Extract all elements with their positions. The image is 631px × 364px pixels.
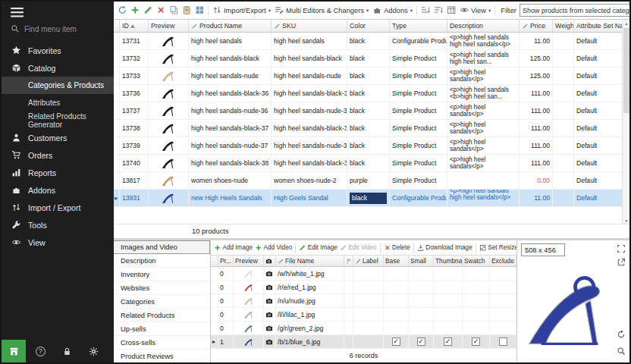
- product-price[interactable]: 125.00: [520, 50, 553, 67]
- sidebar-item-tools[interactable]: Tools: [2, 216, 114, 234]
- tab-images-and-video[interactable]: Images and Video: [114, 240, 210, 254]
- product-color[interactable]: black: [347, 120, 390, 136]
- rotate-icon[interactable]: [616, 329, 626, 340]
- product-name[interactable]: new High Heels Sandals: [189, 190, 272, 206]
- column-header-base[interactable]: Base: [384, 256, 409, 266]
- product-sku[interactable]: high heel sandals-black: [272, 50, 347, 67]
- product-sku[interactable]: high heel sandals: [272, 33, 347, 49]
- product-color[interactable]: black: [347, 102, 390, 119]
- image-label-cell[interactable]: [353, 294, 384, 307]
- product-row[interactable]: 13731high heel sandalshigh heel sandalsb…: [114, 33, 629, 50]
- image-label-cell[interactable]: [353, 281, 384, 293]
- checkbox-thumbnail[interactable]: [434, 294, 463, 307]
- column-header-exclude[interactable]: Exclude: [490, 256, 516, 266]
- product-id[interactable]: 13736: [120, 85, 149, 102]
- sidebar-item-addons[interactable]: Addons: [2, 181, 114, 199]
- product-color[interactable]: black: [347, 33, 390, 49]
- product-id[interactable]: 13732: [120, 50, 149, 67]
- thumbnail-checkbox[interactable]: [444, 337, 452, 346]
- checkbox-base[interactable]: [384, 294, 409, 307]
- product-preview-image[interactable]: [149, 67, 189, 84]
- tab-related-products[interactable]: Related Products: [114, 309, 210, 322]
- row-expander[interactable]: ▸: [211, 335, 218, 348]
- product-color[interactable]: purple: [347, 172, 390, 189]
- product-name[interactable]: high heel sandals-black-37: [189, 120, 272, 136]
- checkbox-swatch[interactable]: [463, 322, 490, 334]
- product-price[interactable]: 11.00: [520, 190, 553, 206]
- product-id[interactable]: 13733: [120, 67, 149, 84]
- column-header-icon[interactable]: [264, 256, 276, 266]
- zoom-icon[interactable]: [616, 346, 626, 356]
- column-header-preview[interactable]: Preview: [149, 20, 189, 32]
- product-price[interactable]: 125.00: [520, 67, 553, 84]
- checkbox-exclude[interactable]: [490, 322, 516, 334]
- column-header-file-name[interactable]: File Name: [276, 256, 344, 266]
- column-header-price[interactable]: Price: [520, 20, 553, 32]
- sidebar-item-attributes[interactable]: Attributes: [2, 94, 114, 111]
- image-row[interactable]: 0/w/h/white_1.jpg: [211, 267, 516, 281]
- image-row[interactable]: 0/r/e/red_1.jpg: [211, 281, 516, 294]
- product-id[interactable]: 13740: [120, 155, 149, 171]
- product-sku[interactable]: women shoes-nude-2: [272, 172, 347, 189]
- checkbox-small[interactable]: [409, 322, 434, 334]
- base-checkbox[interactable]: [392, 337, 400, 346]
- checkbox-thumbnail[interactable]: [434, 281, 463, 293]
- exclude-checkbox[interactable]: [499, 337, 507, 346]
- checkbox-swatch[interactable]: [463, 335, 490, 348]
- product-name[interactable]: high heel sandals-nude-37: [189, 137, 272, 154]
- product-description[interactable]: <p>high heel sandals <b>high heel san...: [447, 85, 520, 102]
- column-header-sku[interactable]: SKU: [272, 20, 347, 32]
- product-name[interactable]: high heel sandals-black: [189, 50, 272, 67]
- checkbox-exclude[interactable]: [490, 281, 516, 293]
- column-header-weight[interactable]: Weight: [553, 20, 574, 32]
- scroll-up-icon[interactable]: ▲: [623, 20, 630, 27]
- multi-editors-menu[interactable]: Multi Editors & Changers ▾: [273, 5, 370, 17]
- product-weight[interactable]: [553, 33, 574, 49]
- checkbox-exclude[interactable]: [490, 335, 516, 348]
- sort-ascending-button[interactable]: [419, 5, 432, 17]
- image-file-name[interactable]: /w/h/white_1.jpg: [276, 267, 344, 280]
- product-sku[interactable]: High Geels Sandal: [272, 190, 347, 206]
- row-expander[interactable]: ▸: [114, 190, 120, 206]
- product-price[interactable]: 0.00: [520, 172, 553, 189]
- checkbox-thumbnail[interactable]: [434, 267, 463, 280]
- column-header-preview[interactable]: Preview: [234, 256, 264, 266]
- product-weight[interactable]: [553, 85, 574, 102]
- product-preview-image[interactable]: [149, 33, 189, 49]
- image-label-cell[interactable]: [353, 335, 384, 348]
- product-id[interactable]: 13731: [120, 33, 149, 49]
- product-sku[interactable]: high heel sandals-nude: [272, 67, 347, 84]
- image-label-cell[interactable]: [353, 322, 384, 334]
- image-row[interactable]: 0/l/i/lilac_1.jpg: [211, 308, 516, 322]
- column-header-small[interactable]: Small: [409, 256, 434, 266]
- product-color[interactable]: black: [347, 67, 390, 84]
- product-weight[interactable]: [553, 137, 574, 154]
- product-sku[interactable]: high heel sandals-nude-37: [272, 137, 347, 154]
- product-id[interactable]: 13931: [120, 190, 149, 206]
- download-image-button[interactable]: Download Image: [416, 244, 473, 252]
- checkbox-exclude[interactable]: [490, 267, 516, 280]
- column-header-thumbna[interactable]: Thumbna...: [434, 256, 463, 266]
- checkbox-swatch[interactable]: [463, 267, 490, 280]
- sort-descending-button[interactable]: [432, 5, 444, 17]
- product-type[interactable]: Simple Product: [390, 120, 447, 136]
- product-weight[interactable]: [553, 120, 574, 136]
- product-description[interactable]: <p>high heel sandals</p>: [447, 102, 520, 119]
- image-row[interactable]: ▸1/b/1/blue_6.jpg: [211, 335, 516, 349]
- checkbox-small[interactable]: [409, 294, 434, 307]
- image-position[interactable]: 1: [218, 335, 234, 348]
- product-name[interactable]: high heel sandals-nude: [189, 67, 272, 84]
- product-type[interactable]: Simple Product: [390, 102, 447, 119]
- product-color[interactable]: black: [347, 190, 390, 206]
- product-weight[interactable]: [553, 190, 574, 206]
- product-description[interactable]: [447, 172, 520, 189]
- checkbox-exclude[interactable]: [490, 308, 516, 321]
- column-header-id[interactable]: ID: [120, 20, 149, 32]
- refresh-button[interactable]: [116, 5, 128, 17]
- product-row[interactable]: 13739high heel sandals-nude-37high heel …: [114, 137, 629, 155]
- product-name[interactable]: women shoes-nude: [189, 172, 272, 189]
- image-thumbnail[interactable]: [234, 335, 264, 348]
- product-weight[interactable]: [553, 50, 574, 67]
- delete-product-button[interactable]: [155, 5, 167, 17]
- edit-image-button[interactable]: Edit Image: [298, 244, 338, 252]
